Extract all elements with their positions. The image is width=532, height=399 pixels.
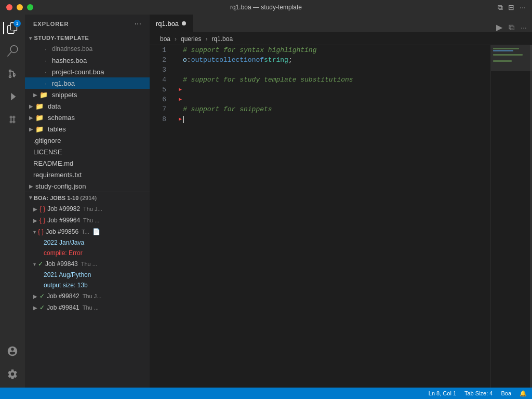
tree-item-study-config[interactable]: ▶ study-config.json [25,180,150,192]
job-status-icon: { } [39,205,45,212]
mini-line-6 [493,58,530,60]
activity-extensions[interactable] [3,110,22,129]
job-99982[interactable]: ▶ { } Job #99982 Thu J... [25,203,150,215]
tab-right-icons: ▶ ⧉ ··· [491,22,532,32]
status-position[interactable]: Ln 8, Col 1 [429,390,456,396]
activity-settings[interactable] [3,365,22,383]
job-99843-sub2: output size: 13b [25,280,150,290]
tree-item-hashes[interactable]: · hashes.boa [25,55,150,66]
folder-chevron: ▶ [29,126,33,132]
split-editor-icon[interactable]: ⧉ [509,23,514,32]
tree-item-gitignore[interactable]: .gitignore [25,135,150,146]
folder-icon: 📁 [35,102,44,110]
job-date: Thu J... [83,206,102,212]
status-bell[interactable]: 🔔 [520,390,527,397]
run-icon[interactable]: ▶ [496,22,502,32]
tree-item-project-count[interactable]: · project-count.boa [25,66,150,77]
more-actions-icon[interactable]: ··· [520,3,526,11]
folder-chevron: ▶ [33,92,37,98]
job-status-icon: ✓ [39,292,45,300]
editor-content: 1 2 3 4 5 6 7 8 # support for syntax hig… [150,45,532,388]
tree-item-license[interactable]: LICENSE [25,146,150,157]
activity-run-debug[interactable] [3,87,22,106]
code-line-8: ▶ [175,114,490,124]
tree-item-snippets[interactable]: ▶ 📁 snippets [25,89,150,100]
tab-label: rq1.boa [156,20,179,28]
maximize-button[interactable] [27,4,33,10]
tab-dirty-indicator [182,21,186,25]
activity-explorer[interactable]: 1 [3,19,22,37]
sub-label: 2022 Jan/Java [44,239,84,246]
breadcrumb: boa › queries › rq1.boa [150,33,532,45]
tab-rq1-boa[interactable]: rq1.boa [150,15,193,32]
job-chevron: ▾ [33,229,36,235]
boa-jobs-title: BOA: JOBS 1-10 [32,195,80,201]
minimize-button[interactable] [17,4,23,10]
text-cursor [183,116,184,123]
folder-label: snippets [52,91,77,99]
title-right-icons: ⧉ ⊟ ··· [498,3,526,12]
file-label: hashes.boa [52,57,87,64]
job-99856-sub1: 2022 Jan/Java [25,237,150,248]
gutter-7 [179,104,183,114]
mini-line-8 [493,62,530,64]
job-99856[interactable]: ▾ { } Job #99856 T... 📄 [25,226,150,237]
explorer-title: EXPLORER [33,21,69,27]
job-date: Thu ... [83,217,99,223]
job-99856-sub2: compile: Error [25,248,150,258]
sub-label: output size: 13b [44,282,88,289]
close-button[interactable] [6,4,12,10]
study-template-section[interactable]: ▾ STUDY-TEMPLATE [25,33,150,43]
job-99841[interactable]: ▶ ✓ Job #99841 Thu ... [25,302,150,313]
folder-icon: 📁 [39,91,48,99]
job-99843[interactable]: ▾ ✓ Job #99843 Thu ... [25,258,150,270]
folder-icon: 📁 [35,125,44,133]
job-label: Job #99856 [46,228,78,235]
activity-source-control[interactable] [3,64,22,83]
breadcrumb-file[interactable]: rq1.boa [211,35,233,43]
sidebar-header: EXPLORER ··· [25,15,150,33]
breadcrumb-queries[interactable]: queries [181,35,201,43]
tree-item-requirements[interactable]: requirements.txt [25,169,150,180]
tree-item-tables[interactable]: ▶ 📁 tables [25,123,150,135]
code-line-4: # support for study template substitutio… [175,75,490,85]
token-comment: # support for study template substitutio… [183,75,353,85]
editor-area: rq1.boa ▶ ⧉ ··· boa › queries › rq1.boa … [150,15,532,388]
tree-item-dinadnses[interactable]: · dinadnses.boa [25,43,150,55]
tree-item-schemas[interactable]: ▶ 📁 schemas [25,112,150,123]
tree-item-readme[interactable]: README.md [25,157,150,169]
layout-icon[interactable]: ⊟ [508,3,514,11]
boa-jobs-count: (2914) [80,195,97,201]
file-icon: · [42,45,50,53]
status-tab-size[interactable]: Tab Size: 4 [464,390,493,396]
file-label: rq1.boa [52,79,75,87]
file-icon: · [42,57,50,64]
job-chevron: ▶ [33,218,37,223]
split-editor-icon[interactable]: ⧉ [498,3,503,12]
job-99842[interactable]: ▶ ✓ Job #99842 Thu J... [25,290,150,302]
code-area[interactable]: # support for syntax highlighting o: out… [175,45,490,388]
boa-jobs-header[interactable]: ▾ BOA: JOBS 1-10 (2914) [25,192,150,203]
breadcrumb-boa[interactable]: boa [160,35,170,43]
minimap [490,45,532,388]
job-doc-icon: 📄 [92,228,100,235]
token-punct: : [187,55,191,65]
job-status-icon: { } [38,228,44,235]
activity-search[interactable] [3,42,22,60]
status-language[interactable]: Boa [501,390,511,396]
job-99964[interactable]: ▶ { } Job #99964 Thu ... [25,215,150,226]
more-actions-icon[interactable]: ··· [521,23,527,32]
code-line-2: o: output collection of string; [175,55,490,65]
token-kw2: collection [215,55,256,65]
status-right: Ln 8, Col 1 Tab Size: 4 Boa 🔔 [429,390,527,397]
tree-item-rq1[interactable]: · rq1.boa [25,77,150,89]
mini-line-4 [493,54,523,56]
line-numbers: 1 2 3 4 5 6 7 8 [150,45,175,388]
folder-chevron: ▶ [29,103,33,109]
tree-item-data[interactable]: ▶ 📁 data [25,100,150,112]
activity-account[interactable] [3,342,22,361]
account-icon [7,345,18,357]
folder-chevron: ▶ [29,115,33,121]
token-comment: # support for syntax highlighting [183,45,316,55]
new-file-icon[interactable]: ··· [135,19,141,29]
